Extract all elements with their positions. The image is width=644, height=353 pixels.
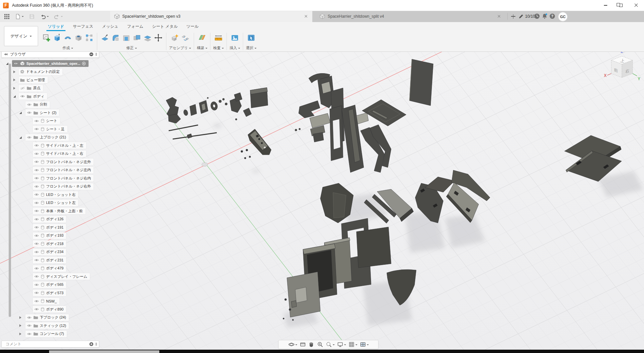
ribbon-tab-シート メタル[interactable]: シート メタル bbox=[148, 22, 182, 31]
group-label[interactable]: 作成 bbox=[62, 45, 73, 50]
save-button[interactable] bbox=[27, 12, 37, 21]
eye-toggle[interactable] bbox=[27, 316, 32, 319]
expand-arrow[interactable] bbox=[13, 79, 15, 81]
browser-row[interactable]: ビュー管理 bbox=[0, 77, 110, 84]
eye-toggle[interactable] bbox=[20, 95, 25, 98]
eye-toggle[interactable] bbox=[34, 168, 39, 172]
new-tab-button[interactable] bbox=[509, 11, 518, 22]
plane-tool-icon[interactable] bbox=[197, 32, 207, 44]
group-label[interactable]: 挿入 bbox=[229, 45, 240, 50]
eye-toggle[interactable] bbox=[34, 275, 39, 278]
press-pull-tool-icon[interactable] bbox=[100, 32, 110, 44]
eye-toggle[interactable] bbox=[34, 300, 39, 303]
ribbon-tab-メッシュ[interactable]: メッシュ bbox=[98, 22, 123, 31]
document-tab-open[interactable]: SpaceHarrier_shitdown_open v3 bbox=[110, 11, 312, 22]
browser-row[interactable]: コンソール (7) bbox=[0, 331, 110, 338]
add-comment-icon[interactable] bbox=[89, 342, 94, 346]
eye-toggle[interactable] bbox=[34, 242, 39, 245]
browser-row[interactable]: ボディ565 bbox=[0, 281, 110, 288]
display-settings-button[interactable] bbox=[337, 341, 346, 348]
activity-clock-icon[interactable] bbox=[534, 13, 540, 19]
browser-row[interactable]: シート・足 bbox=[0, 126, 110, 133]
browser-row[interactable]: シート (2) bbox=[0, 109, 110, 116]
browser-row[interactable]: ボディ bbox=[0, 93, 110, 100]
eye-toggle[interactable] bbox=[34, 226, 39, 229]
eye-toggle[interactable] bbox=[34, 218, 39, 221]
browser-row[interactable]: サイドパネル・上・左 bbox=[0, 142, 110, 149]
browser-row[interactable]: ボディ191 bbox=[0, 224, 110, 231]
browser-row[interactable]: 本体・外板・上面・前 bbox=[0, 208, 110, 215]
browser-row[interactable]: LED・ショット右 bbox=[0, 191, 110, 198]
user-avatar[interactable]: GC bbox=[558, 12, 568, 21]
expand-arrow[interactable] bbox=[19, 112, 22, 114]
extrude-tool-icon[interactable] bbox=[52, 32, 62, 44]
eye-toggle[interactable] bbox=[13, 62, 18, 65]
expand-arrow[interactable] bbox=[19, 316, 21, 319]
close-button[interactable] bbox=[629, 0, 644, 11]
expand-arrow[interactable] bbox=[13, 95, 16, 98]
measure-tool-icon[interactable] bbox=[213, 32, 223, 44]
viewports-button[interactable] bbox=[360, 341, 369, 348]
app-grid-button[interactable] bbox=[2, 12, 12, 21]
redo-button[interactable] bbox=[52, 12, 65, 21]
help-icon[interactable] bbox=[549, 13, 555, 19]
eye-toggle[interactable] bbox=[34, 119, 39, 123]
eye-toggle[interactable] bbox=[34, 160, 39, 163]
browser-row[interactable]: ボディ573 bbox=[0, 289, 110, 297]
eye-toggle[interactable] bbox=[34, 283, 39, 286]
shell-tool-icon[interactable] bbox=[121, 32, 131, 44]
browser-row[interactable]: フロントパネル・ネジ右内 bbox=[0, 175, 110, 182]
pan-button[interactable] bbox=[308, 341, 315, 348]
browser-row[interactable]: 分割 bbox=[0, 101, 110, 108]
expand-arrow[interactable] bbox=[19, 324, 21, 327]
eye-toggle[interactable] bbox=[34, 152, 39, 155]
browser-row[interactable]: ボディ193 bbox=[0, 232, 110, 239]
file-new-button[interactable] bbox=[13, 12, 26, 21]
browser-row[interactable]: ディスプレイ・フレーム bbox=[0, 273, 110, 280]
expand-arrow[interactable] bbox=[13, 71, 15, 73]
browser-row[interactable]: ボディ126 bbox=[0, 216, 110, 223]
ribbon-tab-ツール[interactable]: ツール bbox=[182, 22, 203, 31]
minimize-button[interactable] bbox=[598, 0, 613, 11]
sketch-tool-icon[interactable] bbox=[41, 32, 51, 44]
eye-toggle[interactable] bbox=[34, 258, 39, 262]
orbit-button[interactable] bbox=[288, 341, 297, 348]
comment-box[interactable]: コメント bbox=[1, 341, 99, 348]
browser-row[interactable]: ボディ218 bbox=[0, 240, 110, 247]
eye-toggle[interactable] bbox=[34, 127, 39, 131]
expand-arrow[interactable] bbox=[19, 333, 21, 335]
browser-row[interactable]: ボディ479 bbox=[0, 265, 110, 272]
eye-toggle[interactable] bbox=[34, 176, 39, 180]
document-tab-split[interactable]: SpaceHarrier_shitdown_split v4 bbox=[316, 11, 505, 22]
browser-row[interactable]: ドキュメントの設定 bbox=[0, 69, 110, 76]
eye-toggle[interactable] bbox=[34, 308, 39, 311]
group-label[interactable]: アセンブリ bbox=[169, 45, 191, 50]
joint-tool-icon[interactable] bbox=[180, 32, 190, 44]
group-label[interactable]: 構築 bbox=[197, 45, 207, 50]
revolve-tool-icon[interactable] bbox=[63, 32, 73, 44]
expand-arrow[interactable] bbox=[19, 136, 22, 139]
grid-display-button[interactable] bbox=[348, 341, 357, 348]
eye-toggle[interactable] bbox=[27, 324, 32, 327]
close-tab-icon[interactable] bbox=[304, 14, 308, 19]
notifications-bell-icon[interactable] bbox=[541, 13, 548, 19]
browser-row[interactable]: フロントパネル・ネジ左内 bbox=[0, 167, 110, 174]
eye-toggle[interactable] bbox=[34, 193, 39, 196]
ribbon-tab-サーフェス[interactable]: サーフェス bbox=[68, 22, 98, 31]
undo-button[interactable] bbox=[38, 12, 51, 21]
combine-tool-icon[interactable] bbox=[132, 32, 142, 44]
ribbon-tab-フォーム[interactable]: フォーム bbox=[123, 22, 148, 31]
ribbon-tab-ソリッド[interactable]: ソリッド bbox=[43, 22, 68, 31]
browser-row[interactable]: スティック (12) bbox=[0, 322, 110, 329]
browser-row[interactable]: 下ブロック (24) bbox=[0, 314, 110, 321]
eye-toggle[interactable] bbox=[27, 103, 32, 106]
group-label[interactable]: 修正 bbox=[126, 45, 137, 50]
expand-arrow[interactable] bbox=[13, 87, 15, 90]
hole-tool-icon[interactable] bbox=[73, 32, 84, 44]
eye-toggle-off[interactable] bbox=[20, 87, 25, 90]
panel-grip[interactable] bbox=[95, 343, 97, 346]
group-label[interactable]: 検査 bbox=[213, 45, 224, 50]
pattern-tool-icon[interactable] bbox=[84, 32, 94, 44]
look-at-button[interactable] bbox=[300, 341, 306, 348]
browser-row[interactable]: ボディ231 bbox=[0, 257, 110, 264]
